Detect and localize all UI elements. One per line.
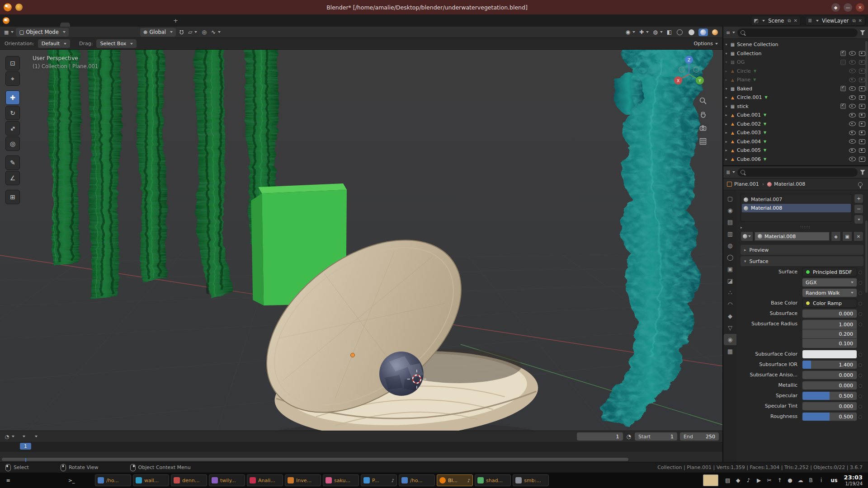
tool-button[interactable]: ⊡: [5, 56, 20, 70]
outliner-row[interactable]: ▸ ▲ Cube.001 ▼: [723, 111, 868, 120]
properties-tab[interactable]: ▽: [724, 322, 736, 333]
workspace-tab[interactable]: [60, 23, 70, 27]
disable-render-toggle[interactable]: [859, 148, 865, 153]
workspace-tab[interactable]: [90, 23, 100, 27]
properties-tab[interactable]: ▥: [724, 228, 736, 239]
object-visibility-dropdown[interactable]: ◉: [625, 29, 636, 35]
expand-arrow-icon[interactable]: ▸: [723, 140, 729, 144]
clock[interactable]: 23:03 1/19/24: [844, 474, 863, 486]
animate-property-dot[interactable]: [857, 267, 863, 274]
vector-z-field[interactable]: 0.100: [802, 338, 857, 348]
properties-editor-type-button[interactable]: ≣: [726, 169, 735, 175]
expand-arrow-icon[interactable]: ▾: [723, 104, 729, 108]
tool-button[interactable]: ⊞: [5, 190, 20, 204]
hide-viewport-toggle[interactable]: [849, 95, 856, 100]
ortho-grid-icon[interactable]: [699, 137, 707, 145]
snap-settings-dropdown[interactable]: ▱: [187, 29, 198, 35]
orientation-dropdown[interactable]: Default: [38, 39, 70, 48]
outliner-row[interactable]: ▸ ▲ Cube.006 ▼: [723, 155, 868, 164]
slider-field[interactable]: 1.400: [802, 360, 857, 369]
tray-icon[interactable]: ☁: [797, 477, 804, 483]
taskbar-app-button[interactable]: smb:... ♪: [513, 474, 549, 486]
taskbar-app-button[interactable]: denn... ♪: [171, 474, 207, 486]
animate-property-dot[interactable]: [857, 319, 863, 326]
xray-toggle[interactable]: ◧: [666, 29, 673, 35]
disable-render-toggle[interactable]: [859, 69, 865, 74]
tray-icon[interactable]: ◆: [735, 477, 741, 483]
properties-tab[interactable]: ◠: [724, 299, 736, 310]
launcher-icon[interactable]: [15, 475, 26, 486]
navigation-gizmo[interactable]: X Y Z: [669, 52, 709, 92]
tray-icon[interactable]: ●: [787, 477, 793, 483]
number-field[interactable]: 0.000: [802, 309, 857, 318]
outliner-scrollbar[interactable]: [865, 41, 868, 91]
transport-button[interactable]: [349, 436, 353, 437]
playhead-badge[interactable]: 1: [20, 443, 31, 450]
remove-viewlayer-button[interactable]: ✕: [858, 18, 863, 23]
slot-specials-button[interactable]: [854, 215, 863, 224]
slider-field[interactable]: 0.500: [802, 391, 857, 400]
outliner-search[interactable]: [737, 28, 858, 37]
material-slot[interactable]: Material.007: [742, 195, 851, 204]
unlink-scene-button[interactable]: ✕: [793, 18, 798, 23]
transport-button[interactable]: [364, 436, 368, 437]
expand-arrow-icon[interactable]: ▾: [723, 60, 729, 64]
outliner-row[interactable]: ▸ ▲ Cube.002 ▼: [723, 120, 868, 129]
browse-material-button[interactable]: [741, 231, 753, 241]
breadcrumb-material[interactable]: Material.008: [774, 181, 805, 187]
preview-section-header[interactable]: ▸ Preview: [741, 245, 863, 255]
options-dropdown[interactable]: Options: [694, 41, 718, 47]
material-slot[interactable]: Material.008: [742, 204, 851, 212]
frame-start-field[interactable]: Start1: [635, 432, 677, 441]
new-viewlayer-button[interactable]: ⧉: [852, 18, 856, 23]
outliner-row[interactable]: ▾ ▦ Collection ▼: [723, 49, 868, 58]
outliner-row[interactable]: ▸ ▲ Plane ▼: [723, 75, 868, 84]
camera-view-icon[interactable]: [699, 124, 707, 132]
animate-property-dot[interactable]: [857, 309, 863, 316]
outliner-row[interactable]: ▾ ▦ stick ▼: [723, 102, 868, 111]
hide-viewport-toggle[interactable]: [849, 69, 856, 73]
workspace-tab[interactable]: [130, 23, 140, 27]
properties-tab[interactable]: ▢: [724, 193, 736, 204]
tool-button[interactable]: ✎: [5, 155, 20, 170]
collection-checkbox[interactable]: [840, 51, 846, 56]
node-link-button[interactable]: Color Ramp: [802, 299, 857, 308]
disable-render-toggle[interactable]: [859, 113, 865, 118]
animate-property-dot[interactable]: [857, 371, 863, 377]
pan-hand-icon[interactable]: [699, 110, 707, 118]
animate-property-dot[interactable]: [857, 299, 863, 305]
collection-checkbox[interactable]: [840, 86, 846, 91]
launcher-icon[interactable]: [28, 475, 39, 486]
outliner-row[interactable]: ▾ ▦ OG ▼: [723, 58, 868, 67]
use-preview-range-toggle[interactable]: ◔: [626, 433, 632, 440]
tool-button[interactable]: ↻: [5, 106, 20, 120]
fake-user-button[interactable]: ◈: [831, 231, 841, 241]
workspace-tab[interactable]: [140, 23, 150, 27]
hide-viewport-toggle[interactable]: [849, 86, 856, 91]
tray-icon[interactable]: B: [808, 477, 814, 483]
add-workspace-button[interactable]: +: [170, 17, 182, 24]
disable-render-toggle[interactable]: [859, 78, 865, 83]
tray-icon[interactable]: ♪: [745, 477, 752, 483]
number-field[interactable]: 0.000: [802, 371, 857, 380]
properties-tab[interactable]: ◍: [724, 240, 736, 251]
workspace-tab[interactable]: [160, 23, 170, 27]
outliner-row[interactable]: ▸ ▲ Cube.004 ▼: [723, 137, 868, 146]
disable-render-toggle[interactable]: [859, 157, 865, 162]
proportional-falloff-dropdown[interactable]: ∿: [210, 29, 222, 35]
window-keep-above-button[interactable]: ◆: [831, 3, 840, 12]
tool-button[interactable]: ↔: [5, 121, 20, 136]
animate-property-dot[interactable]: [857, 360, 863, 367]
collection-checkbox[interactable]: [840, 60, 846, 65]
expand-arrow-icon[interactable]: ▾: [723, 87, 729, 91]
scene-selector[interactable]: ◩ Scene ⧉ ✕: [751, 16, 801, 26]
disable-render-toggle[interactable]: [859, 122, 865, 127]
disable-render-toggle[interactable]: [859, 51, 865, 56]
resize-grip[interactable]: ∷∷∷: [748, 225, 863, 230]
animate-property-dot[interactable]: [857, 288, 863, 295]
remove-slot-button[interactable]: −: [854, 204, 863, 214]
current-frame-field[interactable]: 1: [577, 432, 623, 441]
launcher-icon[interactable]: >_: [66, 475, 77, 486]
hide-viewport-toggle[interactable]: [849, 113, 856, 117]
editor-type-button[interactable]: ▦: [3, 29, 15, 35]
